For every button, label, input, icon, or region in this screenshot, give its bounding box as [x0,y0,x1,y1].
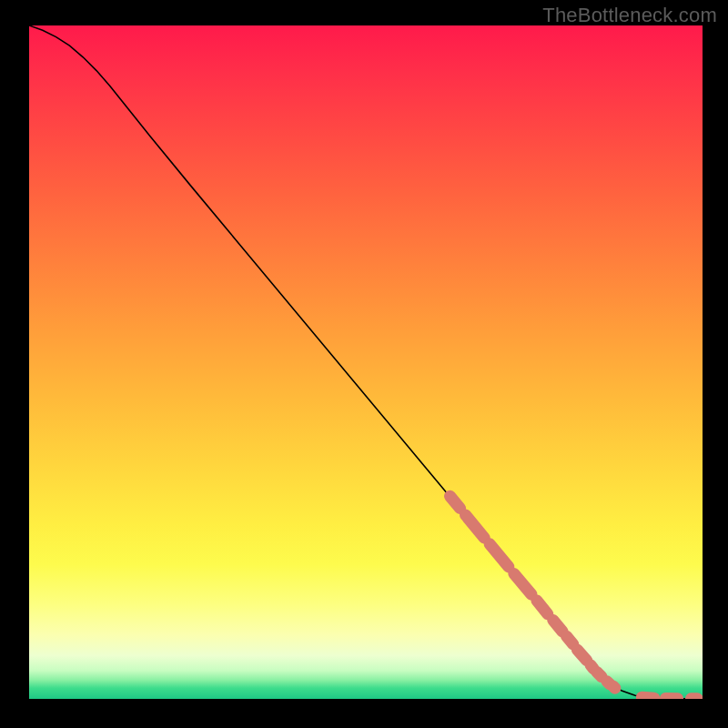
svg-line-5 [553,620,562,632]
svg-line-12 [642,697,653,698]
chart-frame: TheBottleneck.com [0,0,728,728]
chart-svg [29,25,703,699]
watermark-text: TheBottleneck.com [542,4,717,27]
plot-area [29,25,703,699]
svg-line-4 [537,601,548,614]
svg-line-9 [597,672,602,676]
svg-line-11 [613,686,615,688]
svg-line-0 [450,496,460,508]
svg-line-7 [577,650,586,661]
svg-line-6 [567,636,573,644]
gradient-background [29,25,703,699]
